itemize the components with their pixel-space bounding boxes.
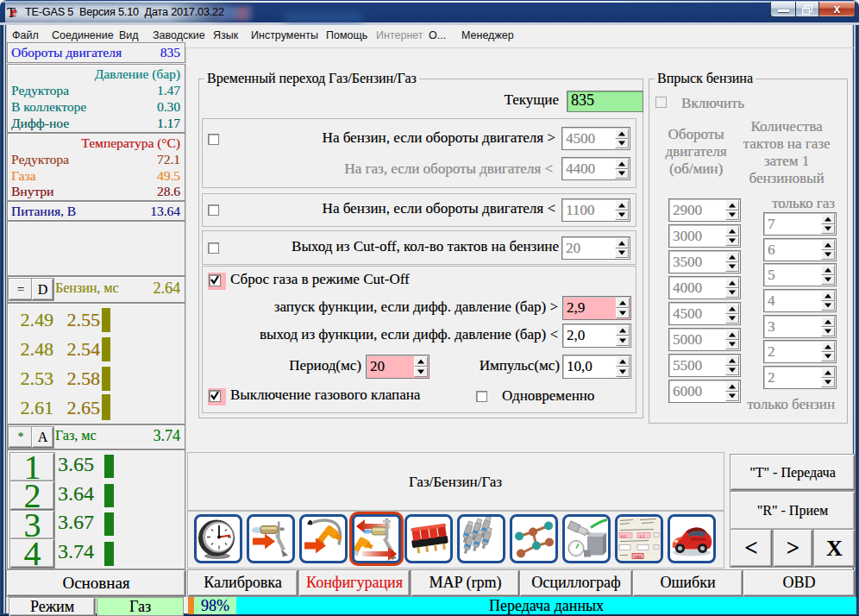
svg-text:VBE: VBE xyxy=(634,555,642,559)
